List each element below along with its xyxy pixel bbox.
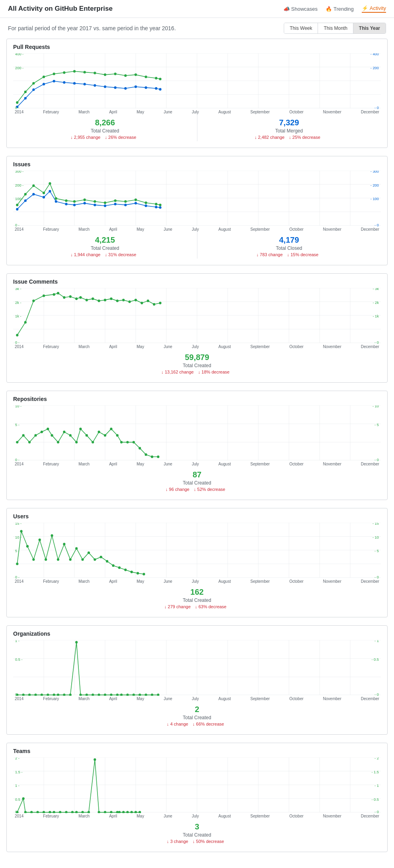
svg-point-277 <box>79 694 82 696</box>
this-year-button[interactable]: This Year <box>353 23 386 33</box>
orgs-created-stat: 2 Total Created ↓ 4 change ↓ 66% decreas… <box>13 701 381 728</box>
svg-text:0 -: 0 - <box>15 340 20 344</box>
teams-title: Teams <box>13 748 381 754</box>
svg-point-39 <box>84 83 86 85</box>
svg-point-132 <box>53 293 55 296</box>
organizations-section: Organizations <box>6 625 388 735</box>
svg-point-283 <box>116 694 119 696</box>
svg-point-78 <box>84 199 86 201</box>
trending-link[interactable]: 🔥 Trending <box>326 6 354 12</box>
svg-point-286 <box>133 694 135 696</box>
svg-point-134 <box>63 296 65 298</box>
showcases-link[interactable]: 📣 Showcases <box>283 6 318 12</box>
svg-point-131 <box>43 294 45 297</box>
svg-text:10 -: 10 - <box>15 405 21 408</box>
svg-point-281 <box>104 694 106 696</box>
svg-point-269 <box>34 694 37 696</box>
svg-text:- 0: - 0 <box>374 457 379 461</box>
users-created-label: Total Created <box>13 597 381 603</box>
svg-point-280 <box>98 694 100 696</box>
svg-point-25 <box>104 74 106 76</box>
svg-point-179 <box>47 428 49 430</box>
repositories-month-labels: 2014 February March April May June July … <box>13 461 381 466</box>
this-week-button[interactable]: This Week <box>284 23 318 33</box>
svg-point-326 <box>88 811 90 813</box>
time-filter-group: This Week This Month This Year <box>284 23 386 34</box>
svg-text:5 -: 5 - <box>15 549 20 553</box>
svg-point-228 <box>57 558 59 561</box>
svg-point-198 <box>157 455 159 458</box>
svg-point-37 <box>63 81 65 84</box>
svg-point-334 <box>126 811 129 813</box>
svg-point-97 <box>104 204 106 207</box>
svg-point-267 <box>22 694 25 696</box>
users-created-stat: 162 Total Created ↓ 279 change ↓ 63% dec… <box>13 584 381 611</box>
svg-text:200 -: 200 - <box>15 183 23 187</box>
svg-point-289 <box>151 694 153 696</box>
svg-text:1 -: 1 - <box>15 640 20 643</box>
svg-point-72 <box>32 184 35 187</box>
issues-closed-label: Total Closed <box>197 245 381 251</box>
svg-text:10 -: 10 - <box>15 535 21 539</box>
svg-text:3k -: 3k - <box>15 288 21 291</box>
svg-point-80 <box>104 202 106 204</box>
svg-text:0 -: 0 - <box>15 223 20 226</box>
svg-text:0 -: 0 - <box>15 457 20 461</box>
svg-point-273 <box>57 694 59 696</box>
svg-point-149 <box>153 303 155 306</box>
users-title: Users <box>13 513 381 520</box>
this-month-button[interactable]: This Month <box>318 23 353 33</box>
svg-point-43 <box>124 87 127 90</box>
pull-requests-title: Pull Requests <box>13 44 381 50</box>
svg-point-177 <box>34 434 37 436</box>
svg-text:0.5 -: 0.5 - <box>15 657 22 661</box>
svg-point-282 <box>110 694 112 696</box>
svg-text:1k -: 1k - <box>15 314 21 318</box>
pr-created-label: Total Created <box>13 128 197 134</box>
svg-point-236 <box>106 560 108 562</box>
svg-point-95 <box>84 202 86 204</box>
svg-point-284 <box>120 694 123 696</box>
orgs-created-label: Total Created <box>13 715 381 720</box>
pr-merged-label: Total Merged <box>197 128 381 134</box>
svg-point-335 <box>131 811 133 813</box>
svg-point-188 <box>98 431 100 433</box>
svg-text:- 0.5: - 0.5 <box>371 657 378 661</box>
svg-text:- 200: - 200 <box>371 66 379 70</box>
svg-text:- 400: - 400 <box>371 53 379 56</box>
svg-text:- 1k: - 1k <box>373 314 379 318</box>
repos-created-number: 87 <box>13 470 381 479</box>
svg-point-19 <box>43 76 45 78</box>
teams-stats: 3 Total Created ↓ 3 change ↓ 50% decreas… <box>13 818 381 845</box>
svg-point-71 <box>24 193 27 195</box>
svg-point-235 <box>100 556 102 558</box>
repositories-chart: - 10 - 5 - 0 10 - 5 - 0 - <box>13 405 381 461</box>
issues-title: Issues <box>13 161 381 167</box>
svg-point-223 <box>26 545 29 547</box>
svg-point-29 <box>145 76 147 78</box>
svg-text:0.5 -: 0.5 - <box>15 797 22 802</box>
issues-closed-stat: 4,179 Total Closed ↓ 783 change ↓ 15% de… <box>197 232 381 259</box>
svg-point-24 <box>94 72 96 74</box>
svg-point-86 <box>159 204 162 206</box>
svg-point-16 <box>16 101 18 104</box>
svg-point-143 <box>116 300 119 302</box>
svg-point-194 <box>133 441 135 443</box>
svg-point-275 <box>69 694 72 696</box>
svg-text:- 0.5: - 0.5 <box>371 797 378 802</box>
svg-text:- 10: - 10 <box>373 405 379 408</box>
svg-point-181 <box>57 441 59 443</box>
svg-point-233 <box>88 551 90 554</box>
svg-point-227 <box>51 534 53 537</box>
svg-point-325 <box>81 811 84 813</box>
filter-description: For partial period of the year 2017 vs. … <box>8 25 176 31</box>
svg-text:- 0: - 0 <box>374 223 379 226</box>
svg-point-315 <box>24 811 27 813</box>
svg-point-185 <box>79 428 82 430</box>
activity-link[interactable]: ⚡ Activity <box>362 5 386 13</box>
pull-requests-chart: - 400 - 200 - 0 400 - 200 - 0 - <box>13 53 381 109</box>
svg-point-140 <box>98 300 100 302</box>
organizations-chart: - 1 - 0.5 - 0 1 - 0.5 - 0 - <box>13 640 381 696</box>
page-title: All Activity on GitHub Enterprise <box>8 5 113 13</box>
svg-point-76 <box>65 199 67 202</box>
